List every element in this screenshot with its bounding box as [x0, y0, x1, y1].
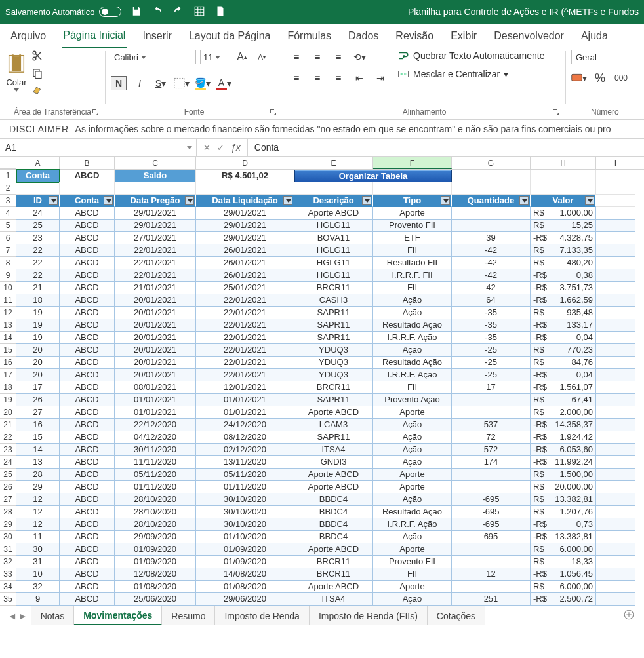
cell[interactable] [452, 469, 531, 481]
cell[interactable]: HGLG11 [294, 244, 373, 257]
font-size-combo[interactable]: 11 [200, 50, 230, 64]
cell[interactable]: 15 [16, 431, 60, 444]
cell[interactable]: SAPR11 [294, 307, 373, 319]
cell[interactable]: -42 [452, 244, 531, 257]
cell[interactable]: 05/11/2020 [115, 469, 196, 481]
italic-button[interactable]: I [132, 76, 148, 90]
cell[interactable]: -R$0,73 [531, 518, 596, 531]
cell[interactable]: 42 [452, 282, 531, 294]
cell-conta-header[interactable]: Conta [16, 170, 60, 182]
cell[interactable]: BRCR11 [294, 381, 373, 394]
cell[interactable]: 11/11/2020 [115, 456, 196, 469]
cell[interactable]: -695 [452, 518, 531, 531]
format-painter-icon[interactable] [31, 85, 43, 99]
cell[interactable]: 20/01/2021 [115, 369, 196, 381]
cancel-formula-icon[interactable]: ✕ [203, 143, 211, 153]
cut-icon[interactable] [31, 50, 43, 64]
menu-tab-desenvolvedor[interactable]: Desenvolvedor [493, 28, 565, 47]
cell[interactable]: ABCD [60, 381, 115, 394]
currency-icon[interactable]: ▾ [571, 71, 587, 85]
cell[interactable] [452, 543, 531, 556]
cell[interactable]: Resultado Ação [373, 506, 452, 518]
cell[interactable]: 20/01/2021 [115, 319, 196, 332]
cell[interactable]: 13 [16, 456, 60, 469]
cell[interactable]: 19 [16, 307, 60, 319]
cell[interactable]: LCAM3 [294, 419, 373, 431]
cell[interactable]: 01/10/2020 [196, 531, 294, 543]
cell[interactable]: 26 [16, 394, 60, 406]
table-icon[interactable] [193, 5, 205, 19]
organize-table-button[interactable]: Organizar Tabela [294, 170, 452, 182]
cell[interactable]: R$1.500,00 [531, 469, 596, 481]
dialog-launcher-icon[interactable] [270, 109, 277, 117]
cell[interactable]: 26/01/2021 [196, 257, 294, 269]
cell[interactable]: 01/09/2020 [196, 543, 294, 556]
cell[interactable]: BRCR11 [294, 556, 373, 568]
sheet-tab-imposto-de-renda-fiis-[interactable]: Imposto de Renda (FIIs) [310, 606, 428, 625]
cell[interactable]: 11 [16, 531, 60, 543]
cell[interactable]: 29/01/2021 [196, 207, 294, 220]
cell[interactable]: 22 [16, 257, 60, 269]
cell[interactable]: CASH3 [294, 294, 373, 307]
cell[interactable]: ABCD [60, 294, 115, 307]
cell[interactable]: ABCD [60, 531, 115, 543]
cell[interactable] [452, 581, 531, 593]
cell[interactable]: BRCR11 [294, 282, 373, 294]
filter-icon[interactable] [104, 196, 113, 205]
cell[interactable]: Resultado Ação [373, 319, 452, 332]
cell[interactable]: 695 [452, 531, 531, 543]
column-header-E[interactable]: E [294, 157, 373, 169]
align-middle-icon[interactable]: ≡ [310, 50, 325, 64]
sheet-tab-cotações[interactable]: Cotações [428, 606, 485, 625]
cell[interactable]: Aporte ABCD [294, 543, 373, 556]
cell[interactable]: Aporte [373, 469, 452, 481]
cell[interactable]: R$67,41 [531, 394, 596, 406]
cell[interactable]: 12/08/2020 [115, 568, 196, 581]
cell[interactable]: Resultado FII [373, 257, 452, 269]
cell[interactable]: 21 [16, 282, 60, 294]
cell[interactable]: BRCR11 [294, 568, 373, 581]
cell[interactable]: -R$133,17 [531, 319, 596, 332]
cell[interactable]: ABCD [60, 556, 115, 568]
cell[interactable]: 14 [16, 444, 60, 456]
cell[interactable]: Aporte [373, 581, 452, 593]
cell[interactable]: 28 [16, 469, 60, 481]
name-box[interactable]: A1 [0, 139, 197, 156]
cell[interactable]: -25 [452, 369, 531, 381]
cell[interactable]: R$1.000,00 [531, 207, 596, 220]
cell[interactable]: SAPR11 [294, 319, 373, 332]
cell[interactable]: 13/11/2020 [196, 456, 294, 469]
filter-icon[interactable] [441, 196, 450, 205]
cell[interactable]: Aporte [373, 207, 452, 220]
cell[interactable]: -R$0,04 [531, 332, 596, 344]
cell[interactable]: 25/01/2021 [196, 282, 294, 294]
cell[interactable]: 537 [452, 419, 531, 431]
cell[interactable]: 08/12/2020 [196, 431, 294, 444]
cell[interactable]: R$770,23 [531, 344, 596, 357]
cell[interactable]: ABCD [60, 431, 115, 444]
cell[interactable]: -R$1.662,59 [531, 294, 596, 307]
cell[interactable]: -R$2.500,72 [531, 593, 596, 606]
cell[interactable]: 30/11/2020 [115, 444, 196, 456]
cell[interactable]: ABCD [60, 419, 115, 431]
borders-button[interactable]: ▾ [174, 76, 190, 90]
cell[interactable]: -R$3.751,73 [531, 282, 596, 294]
table-header-id[interactable]: ID [16, 195, 60, 207]
column-header-C[interactable]: C [115, 157, 196, 169]
cell[interactable]: ABCD [60, 307, 115, 319]
cell[interactable]: 24/12/2020 [196, 419, 294, 431]
align-bottom-icon[interactable]: ≡ [331, 50, 346, 64]
cell[interactable]: 22/01/2021 [115, 269, 196, 282]
cell[interactable]: 29/09/2020 [115, 531, 196, 543]
cell[interactable]: 20/01/2021 [115, 357, 196, 369]
menu-tab-exibir[interactable]: Exibir [449, 28, 478, 47]
cell[interactable]: -42 [452, 257, 531, 269]
cell[interactable]: 17 [452, 381, 531, 394]
cell[interactable]: Ação [373, 494, 452, 506]
cell[interactable]: 72 [452, 431, 531, 444]
cell[interactable] [452, 556, 531, 568]
cell[interactable]: HGLG11 [294, 220, 373, 232]
table-header-conta[interactable]: Conta [60, 195, 115, 207]
cell[interactable]: Aporte [373, 543, 452, 556]
cell[interactable]: BBDC4 [294, 506, 373, 518]
